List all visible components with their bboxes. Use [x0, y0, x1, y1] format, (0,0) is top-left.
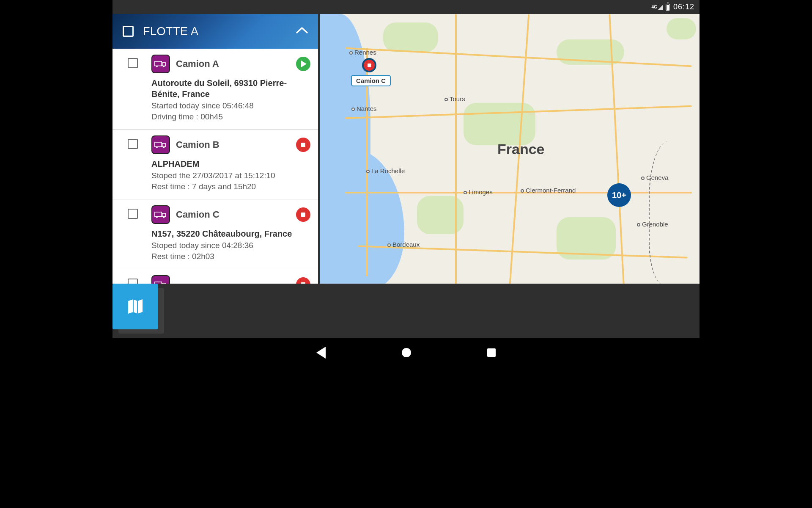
- vehicle-checkbox[interactable]: [128, 58, 138, 68]
- map-city-label: Geneva: [641, 174, 669, 181]
- clock: 06:12: [673, 3, 694, 11]
- map-marker-stop-icon[interactable]: [362, 58, 376, 72]
- android-navbar: [112, 338, 700, 367]
- vehicle-location: Autoroute du Soleil, 69310 Pierre-Bénite…: [151, 77, 310, 99]
- vehicle-list-item[interactable]: Camion A Autoroute du Soleil, 69310 Pier…: [112, 49, 318, 130]
- fleet-header[interactable]: FLOTTE A: [112, 14, 318, 49]
- map-city-label: Clermont-Ferrand: [521, 187, 576, 194]
- svg-point-2: [156, 66, 158, 67]
- vehicle-checkbox[interactable]: [128, 139, 138, 149]
- map-view[interactable]: France RennesNantesToursLa RochelleLimog…: [320, 14, 700, 313]
- stop-icon: [296, 207, 310, 222]
- map-city-label: Grenoble: [637, 221, 668, 228]
- vehicle-list-item[interactable]: Camion B ALPHADEM Stoped the 27/03/2017 …: [112, 130, 318, 199]
- map-tab-button[interactable]: [112, 284, 158, 329]
- map-cluster-marker[interactable]: 10+: [607, 183, 631, 207]
- vehicle-name: Camion A: [176, 58, 290, 69]
- vehicle-time-line: Rest time : 02h03: [151, 252, 310, 261]
- vehicle-name: Camion C: [176, 209, 290, 220]
- map-marker-label[interactable]: Camion C: [351, 75, 391, 86]
- svg-rect-4: [155, 142, 162, 147]
- nav-recent-icon[interactable]: [487, 348, 496, 357]
- stop-icon: [296, 138, 310, 152]
- map-city-label: Nantes: [351, 105, 377, 112]
- vehicle-status-line: Stoped today since 04:28:36: [151, 241, 310, 250]
- svg-rect-1: [162, 63, 166, 66]
- svg-point-10: [156, 216, 158, 218]
- country-label: France: [497, 141, 545, 157]
- svg-rect-9: [162, 213, 166, 217]
- vehicle-status-line: Stoped the 27/03/2017 at 15:12:10: [151, 171, 310, 180]
- map-city-label: La Rochelle: [366, 167, 405, 174]
- battery-icon: [666, 4, 670, 11]
- map-city-label: Tours: [444, 95, 465, 102]
- truck-icon: [151, 135, 170, 154]
- fleet-title: FLOTTE A: [143, 25, 287, 38]
- truck-icon: [151, 205, 170, 224]
- vehicle-list-item[interactable]: Camion C N157, 35220 Châteaubourg, Franc…: [112, 199, 318, 269]
- truck-icon: [151, 55, 170, 73]
- fleet-select-all-checkbox[interactable]: [123, 26, 134, 37]
- vehicle-location: ALPHADEM: [151, 158, 310, 169]
- nav-back-icon[interactable]: [316, 347, 326, 359]
- svg-rect-8: [155, 212, 162, 217]
- svg-point-6: [156, 146, 158, 148]
- map-icon: [126, 297, 145, 316]
- nav-home-icon[interactable]: [402, 348, 411, 357]
- status-bar: 4G 06:12: [112, 0, 700, 14]
- bottom-toolbar: [112, 284, 700, 338]
- svg-rect-0: [155, 61, 162, 66]
- map-city-label: Limoges: [464, 188, 493, 196]
- fleet-sidebar: FLOTTE A Camion A Autorou: [112, 14, 318, 313]
- svg-point-11: [163, 216, 165, 218]
- map-city-label: Bordeaux: [387, 241, 420, 248]
- chevron-up-icon[interactable]: [296, 27, 308, 36]
- svg-point-3: [163, 66, 165, 67]
- vehicle-time-line: Rest time : 7 days and 15h20: [151, 182, 310, 191]
- vehicle-name: Camion B: [176, 139, 290, 150]
- vehicle-status-line: Started today since 05:46:48: [151, 101, 310, 110]
- map-city-label: Rennes: [349, 49, 376, 56]
- vehicle-time-line: Driving time : 00h45: [151, 112, 310, 121]
- vehicle-location: N157, 35220 Châteaubourg, France: [151, 228, 310, 239]
- svg-point-7: [163, 146, 165, 148]
- signal-icon: [658, 5, 663, 10]
- vehicle-list[interactable]: Camion A Autoroute du Soleil, 69310 Pier…: [112, 49, 318, 313]
- svg-rect-5: [162, 144, 166, 147]
- network-indicator: 4G: [652, 5, 657, 9]
- vehicle-checkbox[interactable]: [128, 209, 138, 219]
- play-icon: [296, 57, 310, 71]
